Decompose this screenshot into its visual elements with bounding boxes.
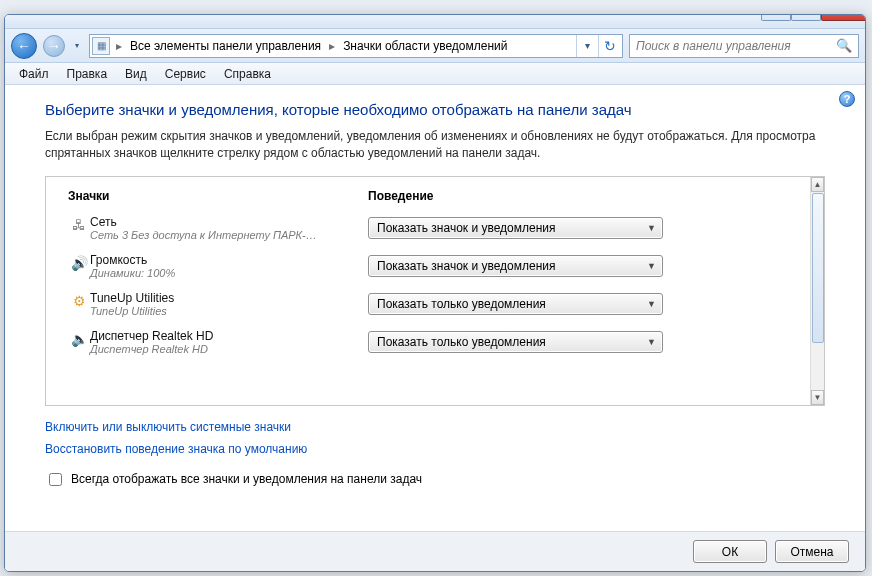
back-button[interactable]: ← xyxy=(11,33,37,59)
menu-edit[interactable]: Правка xyxy=(59,65,116,83)
explorer-window: ─ ☐ ✕ ← → ▾ ▦ ▸ Все элементы панели упра… xyxy=(4,14,866,572)
behavior-select[interactable]: Показать значок и уведомления ▼ xyxy=(368,217,663,239)
control-panel-icon: ▦ xyxy=(92,37,110,55)
row-sub: TuneUp Utilities xyxy=(90,305,360,317)
row-name: Громкость xyxy=(90,253,360,267)
select-value: Показать только уведомления xyxy=(377,297,546,311)
network-icon: 🖧 xyxy=(68,215,90,235)
table-row: 🖧 Сеть Сеть 3 Без доступа к Интернету ПА… xyxy=(68,209,790,247)
volume-icon: 🔊 xyxy=(68,253,90,273)
link-system-icons[interactable]: Включить или выключить системные значки xyxy=(45,420,825,434)
search-icon[interactable]: 🔍 xyxy=(836,38,852,53)
breadcrumb-segment-1[interactable]: Все элементы панели управления xyxy=(124,39,327,53)
dialog-footer: ОК Отмена xyxy=(5,531,865,571)
breadcrumb-segment-2[interactable]: Значки области уведомлений xyxy=(337,39,513,53)
menu-service[interactable]: Сервис xyxy=(157,65,214,83)
close-button[interactable]: ✕ xyxy=(821,14,866,21)
realtek-icon: 🔈 xyxy=(68,329,90,349)
scroll-thumb[interactable] xyxy=(812,193,824,343)
table-row: ⚙ TuneUp Utilities TuneUp Utilities Пока… xyxy=(68,285,790,323)
navigation-row: ← → ▾ ▦ ▸ Все элементы панели управления… xyxy=(5,29,865,63)
column-header-behavior: Поведение xyxy=(368,189,790,203)
menu-file[interactable]: Файл xyxy=(11,65,57,83)
content-area: ? Выберите значки и уведомления, которые… xyxy=(5,85,865,531)
icons-panel: Значки Поведение 🖧 Сеть Сеть 3 Без досту… xyxy=(45,176,825,406)
address-bar[interactable]: ▦ ▸ Все элементы панели управления ▸ Зна… xyxy=(89,34,623,58)
icons-panel-inner: Значки Поведение 🖧 Сеть Сеть 3 Без досту… xyxy=(46,177,810,405)
window-titlebar[interactable]: ─ ☐ ✕ xyxy=(5,15,865,29)
help-icon[interactable]: ? xyxy=(839,91,855,107)
row-name: Диспетчер Realtek HD xyxy=(90,329,360,343)
row-name: TuneUp Utilities xyxy=(90,291,360,305)
caption-buttons: ─ ☐ ✕ xyxy=(761,14,866,21)
scroll-down-button[interactable]: ▼ xyxy=(811,390,824,405)
cancel-button[interactable]: Отмена xyxy=(775,540,849,563)
chevron-down-icon: ▼ xyxy=(647,299,656,309)
address-dropdown[interactable]: ▾ xyxy=(576,35,598,57)
ok-button[interactable]: ОК xyxy=(693,540,767,563)
select-value: Показать только уведомления xyxy=(377,335,546,349)
column-header-icons: Значки xyxy=(68,189,368,203)
chevron-down-icon: ▼ xyxy=(647,261,656,271)
always-show-label: Всегда отображать все значки и уведомлен… xyxy=(71,472,422,486)
scroll-up-button[interactable]: ▲ xyxy=(811,177,824,192)
table-row: 🔈 Диспетчер Realtek HD Диспетчер Realtek… xyxy=(68,323,790,361)
menu-help[interactable]: Справка xyxy=(216,65,279,83)
scrollbar-vertical[interactable]: ▲ ▼ xyxy=(810,177,824,405)
page-description: Если выбран режим скрытия значков и увед… xyxy=(45,128,825,162)
maximize-button[interactable]: ☐ xyxy=(791,14,821,21)
link-restore-defaults[interactable]: Восстановить поведение значка по умолчан… xyxy=(45,442,825,456)
panel-header: Значки Поведение xyxy=(68,185,790,209)
page-title: Выберите значки и уведомления, которые н… xyxy=(45,101,825,118)
menu-view[interactable]: Вид xyxy=(117,65,155,83)
behavior-select[interactable]: Показать значок и уведомления ▼ xyxy=(368,255,663,277)
breadcrumb-separator: ▸ xyxy=(114,39,124,53)
always-show-row: Всегда отображать все значки и уведомлен… xyxy=(45,470,825,489)
arrow-right-icon: → xyxy=(47,38,61,54)
always-show-checkbox[interactable] xyxy=(49,473,62,486)
chevron-down-icon: ▼ xyxy=(647,337,656,347)
action-links: Включить или выключить системные значки … xyxy=(45,420,825,456)
menu-bar: Файл Правка Вид Сервис Справка xyxy=(5,63,865,85)
refresh-button[interactable]: ↻ xyxy=(598,35,620,57)
breadcrumb-separator: ▸ xyxy=(327,39,337,53)
search-placeholder: Поиск в панели управления xyxy=(636,39,791,53)
select-value: Показать значок и уведомления xyxy=(377,259,556,273)
tuneup-icon: ⚙ xyxy=(68,291,90,311)
row-name: Сеть xyxy=(90,215,360,229)
minimize-button[interactable]: ─ xyxy=(761,14,791,21)
row-sub: Динамики: 100% xyxy=(90,267,360,279)
behavior-select[interactable]: Показать только уведомления ▼ xyxy=(368,293,663,315)
row-sub: Диспетчер Realtek HD xyxy=(90,343,360,355)
search-input[interactable]: Поиск в панели управления 🔍 xyxy=(629,34,859,58)
chevron-down-icon: ▼ xyxy=(647,223,656,233)
table-row: 🔊 Громкость Динамики: 100% Показать знач… xyxy=(68,247,790,285)
forward-button[interactable]: → xyxy=(43,35,65,57)
row-sub: Сеть 3 Без доступа к Интернету ПАРК-… xyxy=(90,229,360,241)
select-value: Показать значок и уведомления xyxy=(377,221,556,235)
behavior-select[interactable]: Показать только уведомления ▼ xyxy=(368,331,663,353)
history-dropdown[interactable]: ▾ xyxy=(71,35,83,57)
arrow-left-icon: ← xyxy=(17,38,31,54)
